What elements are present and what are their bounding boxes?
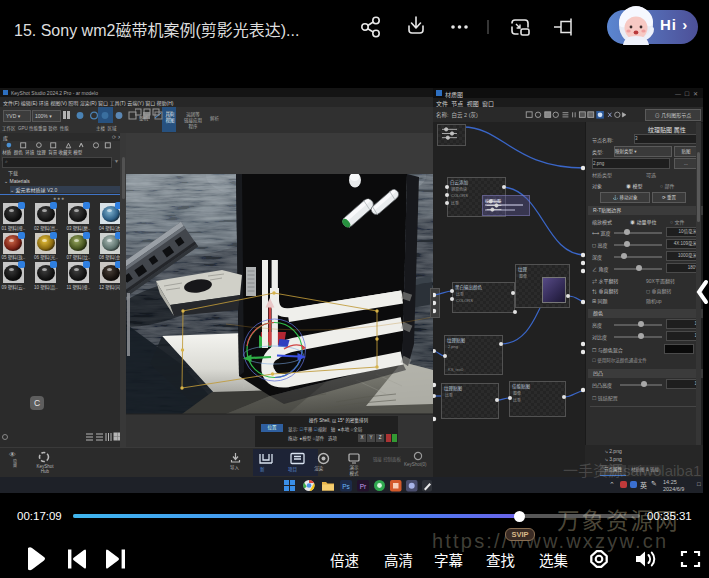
svg-text:Pr: Pr [360, 483, 367, 490]
svg-text:Ps: Ps [342, 483, 350, 490]
